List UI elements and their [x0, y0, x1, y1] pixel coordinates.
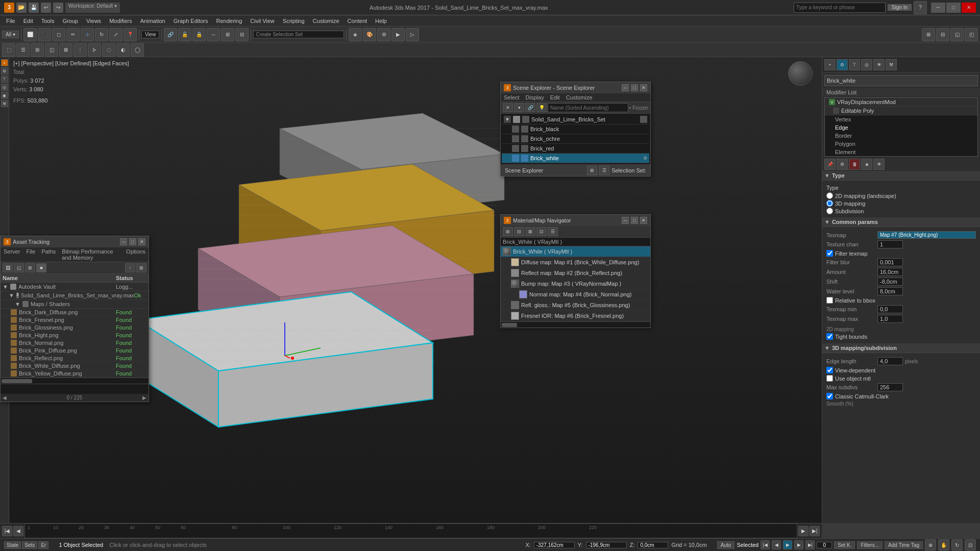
menu-edit[interactable]: Edit — [19, 17, 37, 25]
parameters-header[interactable]: ▼ Type — [822, 171, 980, 181]
at-btn-nav-1[interactable]: ↑ — [125, 263, 135, 272]
search-input[interactable] — [794, 3, 886, 13]
asset-panel-maximize[interactable]: □ — [129, 238, 136, 245]
modifier-sub-border[interactable]: Border — [825, 132, 977, 140]
add-time-tag-btn[interactable]: Add Time Tag — [885, 541, 923, 549]
scene-panel-maximize[interactable]: □ — [631, 84, 638, 91]
workspace-dropdown[interactable]: Workspace: Default ▾ — [65, 3, 120, 13]
scene-link-btn[interactable]: 🔗 — [525, 103, 535, 112]
filter-blur-input[interactable] — [877, 258, 903, 266]
display-btn[interactable]: ◉ — [1, 92, 8, 99]
modifier-sub-element[interactable]: Element — [825, 148, 977, 156]
material-panel-close[interactable]: ✕ — [640, 217, 647, 224]
type-subdiv-row[interactable]: Subdivision — [826, 208, 976, 214]
filters-btn[interactable]: Filters... — [857, 541, 883, 549]
max-subdivs-input[interactable] — [877, 383, 903, 391]
scene-footer-btn-2[interactable]: ☰ — [599, 166, 609, 175]
sub-btn-6[interactable]: ⋮ — [74, 43, 87, 57]
extra-btn-3[interactable]: ◱ — [950, 28, 964, 41]
state-btn[interactable]: State — [4, 541, 21, 549]
at-btn-1[interactable]: 🖼 — [3, 263, 13, 272]
scene-menu-customize[interactable]: Customize — [563, 93, 596, 102]
asset-menu-file[interactable]: File — [23, 247, 38, 262]
scene-menu-edit[interactable]: Edit — [547, 93, 563, 102]
material-panel-maximize[interactable]: □ — [631, 217, 638, 224]
view-label[interactable]: View — [141, 31, 160, 38]
set-k-btn[interactable]: Set K. — [834, 541, 855, 549]
sb-next-btn[interactable]: ▶ — [794, 540, 803, 549]
asset-menu-options[interactable]: Options — [123, 247, 149, 262]
texmap-max-input[interactable] — [877, 315, 903, 323]
scene-menu-display[interactable]: Display — [523, 93, 547, 102]
select-paint-btn[interactable]: ✏ — [66, 28, 80, 41]
timeline-track[interactable]: 1 10 20 30 40 50 60 80 100 120 140 160 1… — [24, 523, 797, 538]
mat-item-fresnel[interactable]: Fresnel IOR: Map #6 (Brick_Fresnel.png) — [501, 311, 650, 321]
move-btn[interactable]: ⊹ — [81, 28, 94, 41]
quick-access-open[interactable]: 📂 — [16, 3, 27, 13]
sub-btn-2[interactable]: ☰ — [16, 43, 30, 57]
sign-in-button[interactable]: Sign In — [888, 4, 912, 11]
view-dependent-checkbox[interactable] — [826, 367, 833, 373]
menu-scripting[interactable]: Scripting — [279, 17, 309, 25]
motion-btn[interactable]: ◎ — [1, 84, 8, 91]
menu-modifiers[interactable]: Modifiers — [105, 17, 136, 25]
maximize-button[interactable]: □ — [946, 3, 961, 13]
asset-item-1[interactable]: Brick_Fresnel.png Found — [1, 316, 149, 324]
quick-access-undo[interactable]: ↩ — [41, 3, 51, 13]
hierarchy-btn[interactable]: ⊤ — [1, 76, 8, 83]
type-subdiv-radio[interactable] — [826, 208, 833, 214]
type-3d-row[interactable]: 3D mapping — [826, 200, 976, 207]
help-button[interactable]: ? — [914, 1, 927, 14]
sub-btn-3[interactable]: ⊞ — [31, 43, 44, 57]
texmap-value[interactable]: Map #7 (Brick_Hight.png) — [877, 231, 976, 239]
z-value[interactable]: 0,0cm — [638, 542, 668, 548]
quick-access-redo[interactable]: ↪ — [53, 3, 63, 13]
scene-light-btn[interactable]: 💡 — [536, 103, 547, 112]
at-btn-4[interactable]: ■ — [36, 263, 46, 272]
mat-item-bump[interactable]: Bump map: Map #3 ( VRayNormalMap ) — [501, 279, 650, 289]
classic-checkbox[interactable] — [826, 393, 833, 399]
scene-filter-btn[interactable]: ✕ — [503, 103, 513, 112]
menu-tools[interactable]: Tools — [37, 17, 59, 25]
rotate-btn[interactable]: ↻ — [95, 28, 108, 41]
scene-panel-header[interactable]: 3 Scene Explorer - Scene Explorer ─ □ ✕ — [501, 82, 650, 93]
mat-item-root[interactable]: Brick_While ( VRayMtl ) — [501, 246, 650, 257]
menu-customize[interactable]: Customize — [309, 17, 344, 25]
scene-item-0[interactable]: Brick_black — [502, 124, 649, 134]
scene-panel-minimize[interactable]: ─ — [622, 84, 629, 91]
create-tab-btn[interactable]: + — [824, 59, 836, 70]
extra-btn-1[interactable]: ⊞ — [922, 28, 935, 41]
placement-btn[interactable]: 📍 — [124, 28, 137, 41]
water-level-input[interactable] — [877, 287, 903, 295]
scene-search-input[interactable] — [548, 103, 628, 112]
frame-counter[interactable]: 0 — [817, 542, 832, 548]
menu-help[interactable]: Help — [371, 17, 391, 25]
asset-panel-header[interactable]: 3 Asset Tracking ─ □ ✕ — [1, 236, 149, 247]
tl-next-frame-btn[interactable]: ▶ — [798, 526, 808, 536]
menu-civil-view[interactable]: Civil View — [246, 17, 278, 25]
asset-menu-bitmap[interactable]: Bitmap Performance and Memory — [59, 247, 123, 262]
scene-root-item[interactable]: ▼ Solid_Sand_Lime_Bricks_Set — [502, 115, 649, 124]
at-btn-2[interactable]: ◱ — [14, 263, 24, 272]
common-params-header[interactable]: ▼ Common params — [822, 217, 980, 227]
mat-item-normal[interactable]: Normal map: Map #4 (Brick_Normal.png) — [501, 289, 650, 300]
scale-btn[interactable]: ⤢ — [109, 28, 122, 41]
sb-start-btn[interactable]: |◀ — [761, 540, 770, 549]
sb-end-btn[interactable]: ▶| — [805, 540, 815, 549]
close-button[interactable]: ✕ — [962, 3, 976, 13]
make-unique-btn[interactable]: ◈ — [861, 159, 872, 170]
asset-item-0[interactable]: Brick_Dark_Diffuse.png Found — [1, 309, 149, 316]
material-editor-btn[interactable]: 🎨 — [363, 28, 376, 41]
asset-item-2[interactable]: Brick_Glossiness.png Found — [1, 324, 149, 332]
vp-zoom-btn[interactable]: ⊕ — [925, 539, 936, 550]
modifier-sub-vertex[interactable]: Vertex — [825, 115, 977, 123]
texmap-min-input[interactable] — [877, 305, 903, 313]
vp-maximize-btn[interactable]: ⊡ — [965, 539, 976, 550]
align-btn[interactable]: ⊟ — [235, 28, 249, 41]
render-frame-btn[interactable]: ▶ — [391, 28, 405, 41]
utilities-tab-btn[interactable]: ⚒ — [886, 59, 897, 70]
y-value[interactable]: -196,9cm — [586, 542, 627, 548]
create-btn[interactable]: + — [1, 59, 8, 66]
display-tab-btn[interactable]: 👁 — [873, 59, 885, 70]
select-lasso-btn[interactable]: ◻ — [52, 28, 65, 41]
